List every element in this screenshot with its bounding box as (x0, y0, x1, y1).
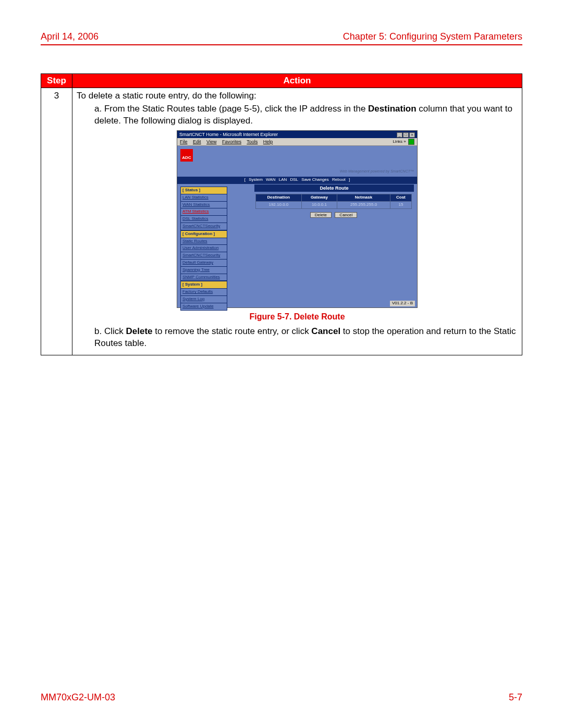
sidebar-item-lan-stats[interactable]: LAN Statistics (180, 194, 227, 202)
th-destination: Destination (256, 194, 302, 202)
th-cost: Cost (390, 194, 411, 202)
cell-destination: 192.10.0.0 (256, 201, 302, 208)
sidebar-item-static-routes[interactable]: Static Routes (180, 238, 227, 245)
delete-button[interactable]: Delete (310, 212, 332, 218)
adc-logo: ADC (180, 149, 193, 162)
col-action: Action (72, 74, 522, 88)
sidebar-item-user-admin[interactable]: User Administration (180, 245, 227, 252)
th-netmask: Netmask (337, 194, 390, 202)
footer-doc: MM70xG2-UM-03 (41, 692, 115, 703)
close-icon[interactable]: × (409, 132, 415, 138)
version-label: V01.2.2 - B (390, 301, 415, 306)
header-date: April 14, 2006 (41, 31, 99, 42)
route-table: Destination Gateway Netmask Cost 192.10.… (255, 194, 412, 209)
sidebar-item-factory[interactable]: Factory Defaults (180, 289, 227, 296)
sidebar-item-spanning-tree[interactable]: Spanning Tree (180, 267, 227, 274)
sidebar-item-security[interactable]: SmartCNCTSecurity (180, 223, 227, 230)
sidebar-config-header: [ Configuration ] (180, 230, 227, 238)
nav-dsl[interactable]: DSL (290, 177, 299, 182)
menu-favorites[interactable]: Favorites (222, 139, 241, 144)
table-row[interactable]: 192.10.0.0 10.0.0.1 255.255.255.0 15 (256, 201, 412, 208)
th-gateway: Gateway (301, 194, 337, 202)
window-menubar: File Edit View Favorites Tools Help Link… (177, 138, 417, 146)
sidebar-item-wan-stats[interactable]: WAN Statistics (180, 202, 227, 209)
window-buttons: _□× (396, 131, 415, 138)
cancel-button[interactable]: Cancel (335, 212, 357, 218)
substep-b: b. Click Delete to remove the static rou… (94, 326, 518, 350)
links-bar: Links » (393, 139, 414, 145)
sidebar-item-syslog[interactable]: System Log (180, 296, 227, 303)
menu-file[interactable]: File (180, 139, 188, 144)
sidebar-system-header: [ System ] (180, 281, 227, 289)
nav-system[interactable]: System (249, 177, 263, 182)
menu-tools[interactable]: Tools (247, 139, 258, 144)
tagline: Web Management powered by SmartCNCT™ (340, 169, 414, 174)
action-intro: To delete a static route entry, do the f… (77, 90, 518, 102)
nav-save[interactable]: Save Changes (301, 177, 328, 182)
cell-netmask: 255.255.255.0 (337, 201, 390, 208)
sidebar-status-header: [ Status ] (180, 187, 227, 194)
browser-viewport: ADC Web Management powered by SmartCNCT™… (177, 146, 417, 307)
sidebar-item-dsl-stats[interactable]: DSL Statistics (180, 216, 227, 223)
panel-title: Delete Route (254, 184, 414, 192)
header-chapter: Chapter 5: Configuring System Parameters (343, 31, 522, 42)
cell-gateway: 10.0.0.1 (301, 201, 337, 208)
step-action-table: Step Action 3 To delete a static route e… (41, 73, 522, 355)
sidebar-item-atm-stats[interactable]: ATM Statistics (180, 208, 227, 216)
minimize-icon[interactable]: _ (397, 132, 402, 138)
sidebar: [ Status ] LAN Statistics WAN Statistics… (180, 187, 227, 311)
menu-help[interactable]: Help (263, 139, 273, 144)
window-title: SmartCNCT Home - Microsoft Internet Expl… (179, 131, 278, 138)
menu-view[interactable]: View (206, 139, 216, 144)
screenshot-window: SmartCNCT Home - Microsoft Internet Expl… (177, 130, 418, 308)
maximize-icon[interactable]: □ (403, 132, 409, 138)
menu-edit[interactable]: Edit (193, 139, 201, 144)
col-step: Step (41, 74, 72, 88)
cell-cost: 15 (390, 201, 411, 208)
sidebar-item-snmp[interactable]: SNMP Communities (180, 274, 227, 281)
step-number: 3 (41, 88, 72, 355)
sidebar-item-default-gw[interactable]: Default Gateway (180, 260, 227, 267)
sidebar-item-cfg-security[interactable]: SmartCNCTSecurity (180, 252, 227, 260)
substep-a: a. From the Static Routes table (page 5-… (94, 103, 518, 127)
sidebar-item-swupdate[interactable]: Software Update (180, 303, 227, 311)
go-icon[interactable] (408, 139, 414, 145)
action-cell: To delete a static route entry, do the f… (72, 88, 522, 355)
figure-caption: Figure 5-7. Delete Route (77, 311, 518, 323)
footer-page: 5-7 (509, 692, 522, 703)
top-nav: [ System WAN LAN DSL Save Changes Reboot… (177, 177, 417, 184)
nav-wan[interactable]: WAN (266, 177, 275, 182)
nav-reboot[interactable]: Reboot (332, 177, 346, 182)
nav-lan[interactable]: LAN (279, 177, 287, 182)
window-titlebar: SmartCNCT Home - Microsoft Internet Expl… (177, 131, 417, 138)
